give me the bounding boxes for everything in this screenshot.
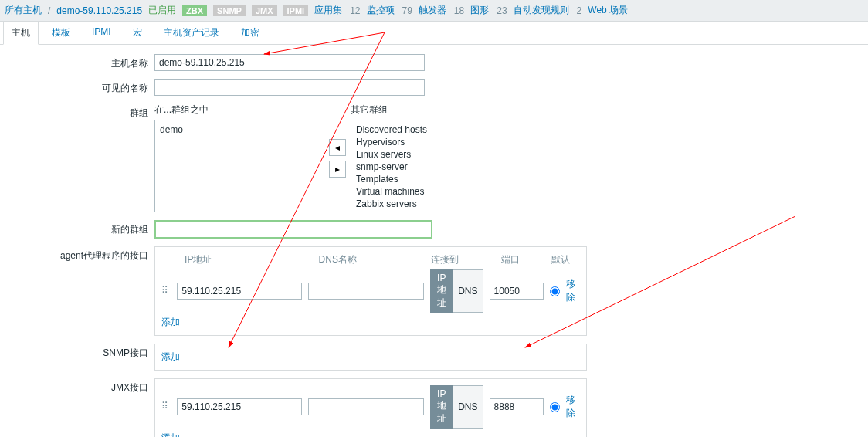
btn-jmx-connect-ip[interactable]: IP地址 — [430, 385, 453, 429]
btn-move-right[interactable]: ▸ — [329, 161, 346, 178]
breadcrumb-all-hosts[interactable]: 所有主机 — [5, 4, 42, 17]
breadcrumb-separator: / — [48, 5, 50, 16]
group-option[interactable]: Discovered hosts — [354, 124, 517, 136]
link-triggers[interactable]: 触发器 — [419, 4, 446, 17]
input-jmx-ip[interactable] — [177, 398, 302, 415]
col-dns: DNS名称 — [319, 253, 426, 266]
count-discovery: 2 — [577, 5, 582, 16]
input-host-name[interactable] — [154, 54, 425, 71]
group-option[interactable]: Hypervisors — [354, 136, 517, 148]
btn-agent-connect-dns[interactable]: DNS — [453, 269, 483, 313]
count-items: 79 — [402, 5, 412, 16]
input-agent-port[interactable] — [490, 283, 544, 300]
link-applications[interactable]: 应用集 — [314, 4, 342, 17]
col-default: 默认 — [551, 253, 580, 266]
count-graphs: 23 — [497, 5, 507, 16]
listbox-in-groups[interactable]: demo — [154, 120, 324, 212]
tab-inventory[interactable]: 主机资产记录 — [155, 22, 228, 44]
radio-jmx-default[interactable] — [550, 402, 560, 412]
link-items[interactable]: 监控项 — [367, 4, 395, 17]
drag-handle-icon[interactable] — [161, 401, 171, 413]
input-visible-name[interactable] — [154, 79, 425, 96]
tab-macros[interactable]: 宏 — [124, 22, 151, 44]
input-jmx-dns[interactable] — [308, 398, 424, 415]
input-agent-dns[interactable] — [308, 283, 424, 300]
link-snmp-add[interactable]: 添加 — [161, 351, 180, 362]
label-snmp-iface: SNMP接口 — [0, 344, 154, 360]
link-discovery[interactable]: 自动发现规则 — [514, 4, 569, 17]
badge-ipmi: IPMI — [283, 5, 309, 16]
badge-zbx: ZBX — [182, 5, 207, 16]
link-graphs[interactable]: 图形 — [470, 4, 489, 17]
tab-ipmi[interactable]: IPMI — [83, 22, 120, 44]
tab-host[interactable]: 主机 — [3, 22, 39, 45]
label-other-groups: 其它群组 — [351, 103, 520, 117]
col-connect: 连接到 — [431, 253, 495, 266]
badge-snmp: SNMP — [213, 5, 246, 16]
breadcrumb-host[interactable]: demo-59.110.25.215 — [56, 5, 142, 16]
host-form: 主机名称 可见的名称 群组 在...群组之中 demo ◂ ▸ 其它群组 Dis… — [0, 45, 868, 437]
group-option[interactable]: snmp-server — [354, 161, 517, 173]
label-in-groups: 在...群组之中 — [154, 103, 324, 117]
input-jmx-port[interactable] — [490, 398, 544, 415]
link-jmx-remove[interactable]: 移除 — [566, 394, 580, 420]
input-new-group[interactable] — [154, 220, 432, 239]
label-new-group: 新的群组 — [0, 220, 154, 236]
label-host-name: 主机名称 — [0, 54, 154, 70]
tab-templates[interactable]: 模板 — [43, 22, 79, 44]
link-jmx-add[interactable]: 添加 — [161, 432, 180, 437]
drag-handle-icon[interactable] — [161, 285, 171, 297]
breadcrumb-bar: 所有主机 / demo-59.110.25.215 已启用 ZBX SNMP J… — [0, 0, 868, 22]
snmp-interface-box: 添加 — [154, 344, 587, 371]
link-web[interactable]: Web 场景 — [588, 4, 628, 17]
label-jmx-iface: JMX接口 — [0, 378, 154, 395]
col-ip: IP地址 — [185, 253, 313, 266]
label-groups: 群组 — [0, 103, 154, 120]
badge-jmx: JMX — [252, 5, 277, 16]
group-option[interactable]: Virtual machines — [354, 185, 517, 198]
col-port: 端口 — [501, 253, 545, 266]
tab-encryption[interactable]: 加密 — [232, 22, 268, 44]
link-agent-add[interactable]: 添加 — [161, 317, 180, 327]
btn-jmx-connect-dns[interactable]: DNS — [453, 385, 483, 429]
count-apps: 12 — [350, 5, 360, 16]
status-enabled: 已启用 — [148, 4, 176, 17]
group-option[interactable]: Linux servers — [354, 148, 517, 161]
label-visible-name: 可见的名称 — [0, 79, 154, 95]
label-agent-iface: agent代理程序的接口 — [0, 246, 154, 263]
btn-move-left[interactable]: ◂ — [329, 139, 346, 156]
group-option[interactable]: Zabbix servers — [354, 198, 517, 210]
count-triggers: 18 — [454, 5, 464, 16]
group-option[interactable]: demo — [158, 124, 320, 136]
link-agent-remove[interactable]: 移除 — [566, 278, 580, 304]
listbox-other-groups[interactable]: Discovered hostsHypervisorsLinux servers… — [351, 120, 520, 212]
agent-interface-box: IP地址 DNS名称 连接到 端口 默认 IP地址 DNS 移 — [154, 246, 587, 336]
btn-agent-connect-ip[interactable]: IP地址 — [430, 269, 453, 313]
tabs: 主机 模板 IPMI 宏 主机资产记录 加密 — [0, 22, 868, 45]
jmx-interface-box: IP地址 DNS 移除 添加 — [154, 378, 587, 437]
radio-agent-default[interactable] — [550, 286, 560, 296]
input-agent-ip[interactable] — [177, 283, 302, 300]
group-option[interactable]: Templates — [354, 173, 517, 185]
